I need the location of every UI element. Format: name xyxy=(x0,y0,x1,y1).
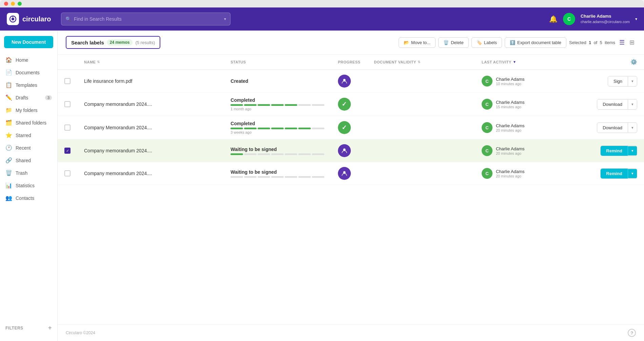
row-action-button[interactable]: Download ▾ xyxy=(597,122,637,133)
doc-validity xyxy=(367,93,475,116)
sidebar-item-documents[interactable]: 📄 Documents xyxy=(0,66,57,79)
filters-add-button[interactable]: + xyxy=(48,324,52,331)
filters-section: FILTERS + xyxy=(0,320,57,336)
export-button[interactable]: ⬆️ Export document table xyxy=(505,37,566,48)
doc-validity xyxy=(367,162,475,185)
sidebar-item-starred[interactable]: ⭐ Starred xyxy=(0,129,57,141)
doc-status: Completed3 weeks ago xyxy=(224,116,331,139)
th-validity[interactable]: DOCUMENT VALIDITY ⇅ xyxy=(367,55,475,70)
move-to-icon: 📂 xyxy=(404,40,409,45)
row-checkbox[interactable] xyxy=(64,170,71,176)
results-text: (5 results) xyxy=(135,40,155,45)
logo[interactable]: circularo xyxy=(7,13,54,25)
row-checkbox[interactable] xyxy=(64,101,71,107)
doc-progress-icon: ✓ xyxy=(331,116,367,139)
settings-icon[interactable]: ⚙️ xyxy=(630,59,638,65)
sidebar-item-shared-folders[interactable]: 🗂️ Shared folders xyxy=(0,116,57,129)
th-status: STATUS xyxy=(224,55,331,70)
bell-icon[interactable]: 🔔 xyxy=(549,15,558,23)
maximize-dot[interactable] xyxy=(18,2,22,6)
top-toolbar: Search labels 24 memos (5 results) 📂 Mov… xyxy=(58,31,644,55)
row-action-dropdown-button[interactable]: ▾ xyxy=(628,100,637,109)
logo-text: circularo xyxy=(22,15,51,23)
row-checkbox[interactable] xyxy=(64,125,71,131)
activity-avatar: C xyxy=(482,99,492,110)
table-row: ✓Company memorandum 2024....Waiting to b… xyxy=(58,139,644,162)
grid-view-button[interactable]: ⊞ xyxy=(628,37,636,48)
row-action-dropdown-button[interactable]: ▾ xyxy=(628,77,637,86)
delete-icon: 🗑️ xyxy=(443,40,449,45)
list-view-button[interactable]: ☰ xyxy=(618,37,626,48)
doc-progress-icon xyxy=(331,70,367,93)
sidebar-item-my-folders[interactable]: 📁 My folders xyxy=(0,104,57,116)
row-action-dropdown-button[interactable]: ▾ xyxy=(628,169,637,178)
sidebar-item-shared[interactable]: 🔗 Shared xyxy=(0,154,57,167)
table-row: Company memorandum 2024....Waiting to be… xyxy=(58,162,644,185)
sidebar-item-contacts[interactable]: 👥 Contacts xyxy=(0,192,57,204)
sidebar-item-label: My folders xyxy=(16,108,52,113)
user-dropdown-icon[interactable]: ▾ xyxy=(635,17,637,21)
row-action-main-button[interactable]: Download xyxy=(597,123,628,133)
sidebar-item-label: Shared xyxy=(16,158,52,163)
activity-avatar: C xyxy=(482,168,492,179)
doc-status: Waiting to be signed xyxy=(224,139,331,162)
row-action-button[interactable]: Sign ▾ xyxy=(608,76,637,87)
row-action-dropdown-button[interactable]: ▾ xyxy=(628,123,637,132)
memo-badge: 24 memos xyxy=(107,39,133,45)
row-checkbox[interactable]: ✓ xyxy=(64,148,71,154)
activity-name: Charlie Adams xyxy=(496,100,525,105)
sidebar-item-recent[interactable]: 🕐 Recent xyxy=(0,141,57,154)
window-chrome xyxy=(0,0,644,7)
search-labels-box: Search labels 24 memos (5 results) xyxy=(66,36,160,49)
sidebar-item-home[interactable]: 🏠 Home xyxy=(0,54,57,66)
minimize-dot[interactable] xyxy=(11,2,15,6)
row-checkbox[interactable] xyxy=(64,78,71,84)
sidebar-item-label: Statistics xyxy=(16,183,52,188)
activity-avatar: C xyxy=(482,122,492,133)
help-button[interactable]: ? xyxy=(628,329,636,337)
labels-button[interactable]: 🏷️ Labels xyxy=(471,37,502,48)
row-action-main-button[interactable]: Remind xyxy=(601,146,628,156)
header: circularo 🔍 ▾ 🔔 C Charlie Adams charlie.… xyxy=(0,7,644,31)
doc-name: Company memorandum 2024.... xyxy=(77,162,224,185)
activity-name: Charlie Adams xyxy=(496,169,525,174)
th-activity[interactable]: LAST ACTIVITY ▼ xyxy=(475,55,576,70)
svg-point-1 xyxy=(12,18,14,20)
search-bar[interactable]: 🔍 ▾ xyxy=(61,13,230,25)
sidebar-item-trash[interactable]: 🗑️ Trash xyxy=(0,167,57,179)
sidebar-item-statistics[interactable]: 📊 Statistics xyxy=(0,179,57,192)
activity-time: 10 minutes ago xyxy=(496,82,525,86)
row-action-dropdown-button[interactable]: ▾ xyxy=(628,146,637,155)
sidebar-item-label: Contacts xyxy=(16,195,52,201)
doc-name: Company memorandum 2024.... xyxy=(77,93,224,116)
row-action-main-button[interactable]: Remind xyxy=(601,169,628,178)
move-to-button[interactable]: 📂 Move to... xyxy=(399,37,436,48)
close-dot[interactable] xyxy=(4,2,8,6)
th-name[interactable]: NAME ⇅ xyxy=(77,55,224,70)
row-action-main-button[interactable]: Download xyxy=(597,99,628,109)
row-action-button[interactable]: Remind ▾ xyxy=(600,168,637,179)
search-input[interactable] xyxy=(74,16,221,22)
view-toggle: ☰ ⊞ xyxy=(618,37,636,48)
search-icon: 🔍 xyxy=(65,16,71,22)
delete-button[interactable]: 🗑️ Delete xyxy=(438,37,469,48)
doc-action: Download ▾ xyxy=(576,116,644,139)
recent-icon: 🕐 xyxy=(5,145,12,151)
activity-name: Charlie Adams xyxy=(496,146,525,151)
new-document-button[interactable]: New Document xyxy=(4,36,53,48)
header-right: 🔔 C Charlie Adams charlie.adams@circular… xyxy=(549,13,637,25)
app-body: New Document 🏠 Home 📄 Documents 📋 Templa… xyxy=(0,31,644,341)
sidebar-item-drafts[interactable]: ✏️ Drafts 3 xyxy=(0,91,57,104)
doc-name: Company Memorandum 2024.... xyxy=(77,116,224,139)
activity-time: 20 minutes ago xyxy=(496,128,525,132)
doc-progress-icon xyxy=(331,139,367,162)
search-dropdown-icon[interactable]: ▾ xyxy=(224,17,226,21)
row-action-button[interactable]: Download ▾ xyxy=(597,99,637,110)
row-action-main-button[interactable]: Sign xyxy=(608,76,628,86)
sidebar: New Document 🏠 Home 📄 Documents 📋 Templa… xyxy=(0,31,58,341)
doc-status: Waiting to be signed xyxy=(224,162,331,185)
user-info: Charlie Adams charlie.adams@circularo.co… xyxy=(581,14,630,24)
sidebar-item-templates[interactable]: 📋 Templates xyxy=(0,79,57,91)
th-action: ⚙️ xyxy=(576,55,644,70)
row-action-button[interactable]: Remind ▾ xyxy=(600,146,637,156)
